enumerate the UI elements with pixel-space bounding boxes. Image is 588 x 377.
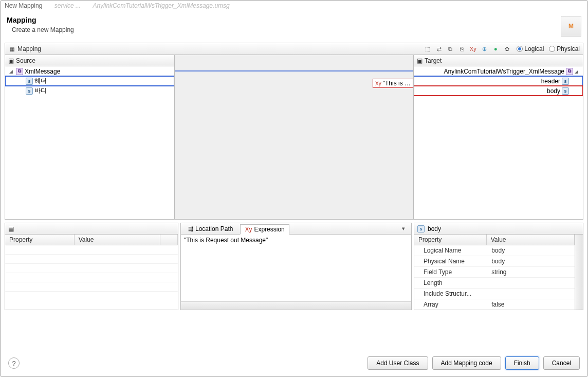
expression-node[interactable]: Xy "This is …: [373, 79, 413, 88]
target-tree[interactable]: AnylinkComTutorialWsTrigger_XmlMessage ⧉…: [414, 66, 583, 219]
grid-icon: ▤: [8, 225, 14, 232]
source-tree[interactable]: ◢ ⧉ XmlMessage s 헤더 s 바디: [5, 66, 174, 219]
col-empty: [160, 235, 178, 245]
left-property-header: ▤: [5, 223, 178, 235]
string-type-icon: s: [562, 87, 569, 95]
titlebar: New Mapping service ... AnylinkComTutori…: [1, 1, 587, 12]
xy-icon: Xy: [245, 226, 252, 233]
left-property-panel: ▤ Property Value: [5, 223, 178, 310]
finish-button[interactable]: Finish: [505, 356, 539, 370]
cancel-button[interactable]: Cancel: [543, 356, 580, 370]
complex-type-icon: ⧉: [16, 68, 23, 75]
col-property[interactable]: Property: [414, 235, 486, 245]
background-tab-2: AnylinkComTutorialWsTrigger_XmlMessage.u…: [93, 2, 229, 9]
target-field-body[interactable]: body s: [414, 86, 583, 96]
toolbar-title: ▦ Mapping: [8, 45, 41, 52]
scrollbar-horizontal[interactable]: [181, 301, 411, 310]
string-type-icon: s: [562, 78, 569, 85]
page-subtitle: Create a new Mapping: [12, 26, 561, 33]
target-field-header[interactable]: header s: [414, 76, 583, 86]
string-type-icon: s: [417, 225, 425, 232]
right-property-panel: s body Property Value Logical Namebody P…: [414, 223, 583, 310]
toolbar-btn-1[interactable]: ⬚: [423, 44, 432, 53]
page-title: Mapping: [7, 16, 561, 24]
dropdown-icon[interactable]: ▾: [399, 224, 408, 234]
add-mapping-code-button[interactable]: Add Mapping code: [432, 356, 501, 370]
mapping-icon: ▦: [8, 45, 15, 52]
toolbar-btn-globe[interactable]: ⊕: [480, 44, 489, 53]
toolbar-btn-xy[interactable]: Xy: [468, 44, 477, 53]
source-panel: ▣ Source ◢ ⧉ XmlMessage s 헤더 s 바디: [5, 55, 175, 219]
target-icon: ▣: [417, 57, 422, 64]
target-panel: ▣ Target AnylinkComTutorialWsTrigger_Xml…: [413, 55, 583, 219]
string-type-icon: s: [26, 78, 33, 85]
right-property-header: s body: [414, 223, 583, 235]
prop-row[interactable]: Physical Namebody: [414, 256, 575, 267]
radio-dot-physical: [549, 46, 555, 52]
target-root[interactable]: AnylinkComTutorialWsTrigger_XmlMessage ⧉…: [414, 66, 583, 76]
expression-editor[interactable]: "This is Request out Message": [181, 235, 411, 301]
help-icon[interactable]: ?: [8, 357, 20, 369]
col-value[interactable]: Value: [74, 235, 160, 245]
toolbar-btn-gear[interactable]: ✿: [502, 44, 511, 53]
prop-row[interactable]: Include Structur...: [414, 289, 575, 299]
expression-panel: ⇶ Location Path Xy Expression ▾ "This is…: [180, 223, 412, 310]
wizard-icon: M: [561, 16, 581, 37]
prop-row[interactable]: Arrayfalse: [414, 299, 575, 310]
scrollbar-vertical[interactable]: [575, 235, 583, 310]
toolbar-btn-2[interactable]: ⇄: [434, 44, 444, 53]
complex-type-icon: ⧉: [566, 68, 573, 75]
source-field-body[interactable]: s 바디: [5, 86, 174, 96]
prop-row[interactable]: Field Typestring: [414, 267, 575, 278]
string-type-icon: s: [26, 87, 33, 95]
source-header: ▣ Source: [5, 55, 174, 66]
source-icon: ▣: [8, 57, 14, 64]
radio-physical[interactable]: Physical: [549, 45, 580, 52]
expander-icon[interactable]: ◢: [575, 69, 580, 74]
expression-tabs: ⇶ Location Path Xy Expression ▾: [181, 223, 411, 235]
prop-row[interactable]: Logical Namebody: [414, 245, 575, 256]
toolbar-btn-ok[interactable]: ●: [491, 44, 500, 53]
col-property[interactable]: Property: [5, 235, 74, 245]
prop-row[interactable]: Length: [414, 278, 575, 289]
wizard-footer: ? Add User Class Add Mapping code Finish…: [0, 349, 588, 377]
radio-dot-logical: [517, 46, 523, 52]
toolbar-btn-3[interactable]: ⧉: [446, 44, 455, 53]
background-tab-1: service ...: [54, 2, 81, 9]
mapping-toolbar: ▦ Mapping ⬚ ⇄ ⧉ ⎘ Xy ⊕ ● ✿ Logical Physi…: [5, 43, 583, 55]
xy-icon: Xy: [375, 81, 381, 86]
right-property-table: Property Value Logical Namebody Physical…: [414, 235, 575, 310]
path-icon: ⇶: [188, 225, 193, 232]
tab-location-path[interactable]: ⇶ Location Path: [184, 224, 237, 234]
expander-icon[interactable]: ◢: [9, 69, 14, 74]
left-property-table: Property Value: [5, 235, 178, 292]
radio-logical[interactable]: Logical: [517, 45, 544, 52]
mapping-canvas[interactable]: Xy "This is …: [175, 55, 413, 219]
col-value[interactable]: Value: [486, 235, 574, 245]
source-root[interactable]: ◢ ⧉ XmlMessage: [5, 66, 174, 76]
wizard-header: Mapping Create a new Mapping M: [1, 12, 587, 43]
tab-expression[interactable]: Xy Expression: [240, 224, 289, 235]
toolbar-btn-4[interactable]: ⎘: [457, 44, 466, 53]
target-header: ▣ Target: [414, 55, 583, 66]
source-field-header[interactable]: s 헤더: [5, 76, 174, 86]
window-title: New Mapping: [5, 2, 42, 9]
add-user-class-button[interactable]: Add User Class: [368, 356, 428, 370]
